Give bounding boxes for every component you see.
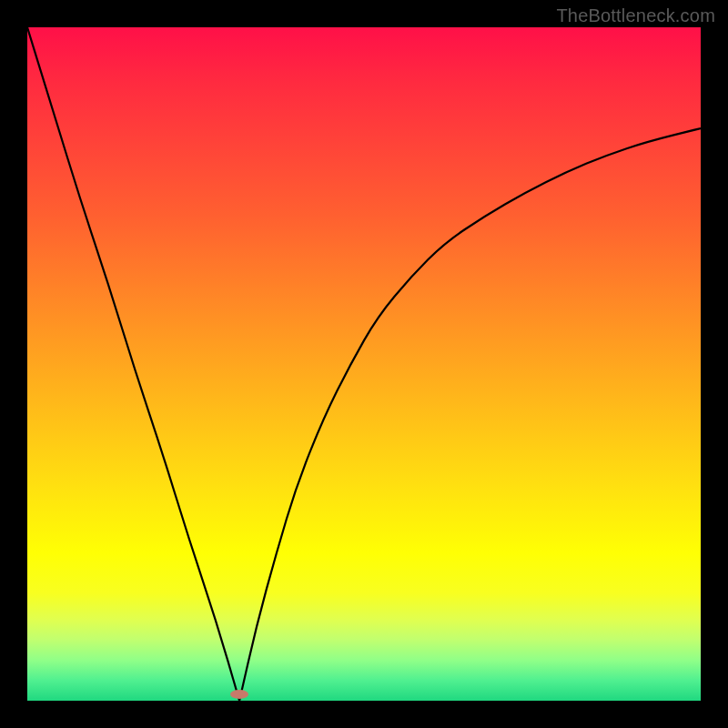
minimum-marker bbox=[230, 690, 248, 699]
chart-plot-area bbox=[27, 27, 701, 701]
watermark-text: TheBottleneck.com bbox=[556, 5, 715, 26]
bottleneck-curve bbox=[27, 27, 701, 701]
